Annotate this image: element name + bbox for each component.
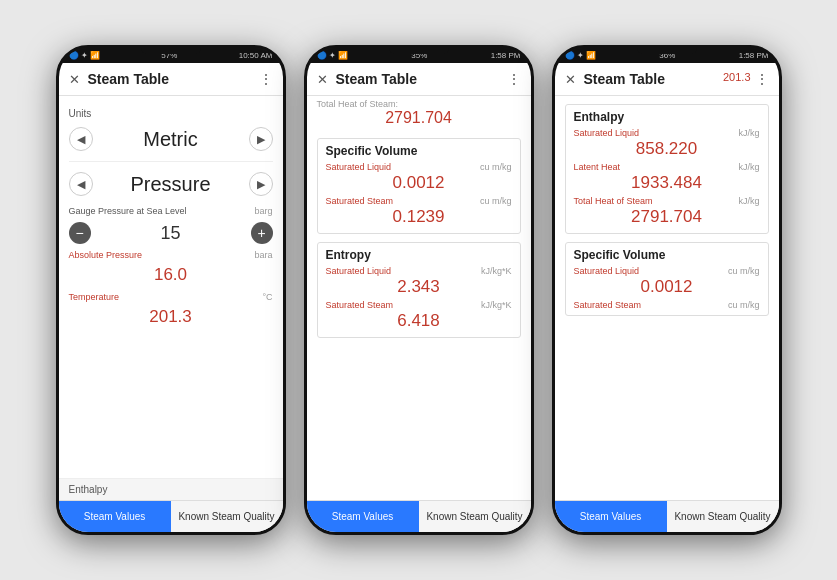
content-2: Specific Volume Saturated Liquid cu m/kg… (307, 130, 531, 500)
close-icon-2[interactable]: ✕ (317, 72, 328, 87)
status-bar-3: 🔵 ✦ 📶 36% 1:58 PM (555, 48, 779, 63)
enth3-unit-1: kJ/kg (738, 162, 759, 172)
metric-next-btn[interactable]: ▶ (249, 127, 273, 151)
pressure-row: ◀ Pressure ▶ (69, 168, 273, 200)
phone-1: 🔵 ✦ 📶 57% 10:50 AM ✕ Steam Table ⋮ Units… (56, 45, 286, 535)
status-battery-3: 36% (659, 51, 675, 60)
close-icon-1[interactable]: ✕ (69, 72, 80, 87)
temperature-value: 201.3 (69, 307, 273, 327)
phone-3: 🔵 ✦ 📶 36% 1:58 PM ✕ Steam Table 201.3 ⋮ … (552, 45, 782, 535)
enth3-row-2: Total Heat of Steam kJ/kg (574, 194, 760, 206)
tab-steam-2[interactable]: Steam Values (307, 501, 419, 532)
sv3-label-1: Saturated Steam (574, 300, 642, 310)
enth3-unit-0: kJ/kg (738, 128, 759, 138)
section-specific-volume: Specific Volume Saturated Liquid cu m/kg… (317, 138, 521, 234)
sv-row-0: Saturated Liquid cu m/kg (326, 160, 512, 172)
abs-pressure-unit: bara (254, 250, 272, 260)
sv3-row-1: Saturated Steam cu m/kg (574, 298, 760, 310)
pressure-next-btn[interactable]: ▶ (249, 172, 273, 196)
enth3-label-0: Saturated Liquid (574, 128, 640, 138)
gauge-unit: barg (254, 206, 272, 216)
menu-icon-3[interactable]: ⋮ (755, 71, 769, 87)
temperature-unit: °C (262, 292, 272, 302)
status-time-1: 10:50 AM (239, 51, 273, 60)
ent-row-1: Saturated Steam kJ/kg*K (326, 298, 512, 310)
stepper-value: 15 (160, 223, 180, 244)
enth3-row-0: Saturated Liquid kJ/kg (574, 126, 760, 138)
peek-value-3: 201.3 (723, 71, 751, 83)
status-icons-1: 🔵 ✦ 📶 (69, 51, 100, 60)
sv-unit-0: cu m/kg (480, 162, 512, 172)
tab-bar-1: Steam Values Known Steam Quality (59, 500, 283, 532)
tab-bar-3: Steam Values Known Steam Quality (555, 500, 779, 532)
enth3-title: Enthalpy (574, 110, 760, 124)
app-bar-1: ✕ Steam Table ⋮ (59, 63, 283, 96)
divider-1 (69, 161, 273, 162)
enthalpy-peek: Enthalpy (59, 478, 283, 500)
abs-pressure-value: 16.0 (69, 265, 273, 285)
close-icon-3[interactable]: ✕ (565, 72, 576, 87)
tab-steam-3[interactable]: Steam Values (555, 501, 667, 532)
sv-value-0: 0.0012 (326, 173, 512, 193)
content-3: Enthalpy Saturated Liquid kJ/kg 858.220 … (555, 96, 779, 500)
phone-2: 🔵 ✦ 📶 35% 1:58 PM ✕ Steam Table ⋮ Total … (304, 45, 534, 535)
sv3-unit-0: cu m/kg (728, 266, 760, 276)
enth3-row-1: Latent Heat kJ/kg (574, 160, 760, 172)
screen-2: Total Heat of Steam: 2791.704 Specific V… (307, 96, 531, 532)
peek-label-2: Total Heat of Steam: (317, 99, 399, 109)
sv3-unit-1: cu m/kg (728, 300, 760, 310)
tab-known-2[interactable]: Known Steam Quality (419, 501, 531, 532)
status-bar-1: 🔵 ✦ 📶 57% 10:50 AM (59, 48, 283, 63)
temperature-row: Temperature °C (69, 290, 273, 302)
app-title-2: Steam Table (336, 71, 499, 87)
tab-known-3[interactable]: Known Steam Quality (667, 501, 779, 532)
status-battery-2: 35% (411, 51, 427, 60)
pressure-label: Pressure (93, 173, 249, 196)
ent-row-0: Saturated Liquid kJ/kg*K (326, 264, 512, 276)
ent-label-1: Saturated Steam (326, 300, 394, 310)
units-label: Units (69, 108, 273, 119)
section-entropy: Entropy Saturated Liquid kJ/kg*K 2.343 S… (317, 242, 521, 338)
status-bar-2: 🔵 ✦ 📶 35% 1:58 PM (307, 48, 531, 63)
tab-steam-1[interactable]: Steam Values (59, 501, 171, 532)
ent-title: Entropy (326, 248, 512, 262)
sv-label-1: Saturated Steam (326, 196, 394, 206)
enth3-value-2: 2791.704 (574, 207, 760, 227)
sv3-title: Specific Volume (574, 248, 760, 262)
ent-label-0: Saturated Liquid (326, 266, 392, 276)
content-1: Units ◀ Metric ▶ ◀ Pressure ▶ Gauge Pres… (59, 96, 283, 478)
screen-1: Units ◀ Metric ▶ ◀ Pressure ▶ Gauge Pres… (59, 96, 283, 532)
tab-known-1[interactable]: Known Steam Quality (171, 501, 283, 532)
sv-row-1: Saturated Steam cu m/kg (326, 194, 512, 206)
status-icons-3: 🔵 ✦ 📶 (565, 51, 596, 60)
abs-pressure-row: Absolute Pressure bara (69, 248, 273, 260)
menu-icon-1[interactable]: ⋮ (259, 71, 273, 87)
peek-value-2: 2791.704 (317, 109, 521, 127)
metric-value: Metric (93, 128, 249, 151)
ent-value-0: 2.343 (326, 277, 512, 297)
pressure-prev-btn[interactable]: ◀ (69, 172, 93, 196)
section-sv-3: Specific Volume Saturated Liquid cu m/kg… (565, 242, 769, 316)
metric-row: ◀ Metric ▶ (69, 123, 273, 155)
section-enthalpy-3: Enthalpy Saturated Liquid kJ/kg 858.220 … (565, 104, 769, 234)
metric-prev-btn[interactable]: ◀ (69, 127, 93, 151)
menu-icon-2[interactable]: ⋮ (507, 71, 521, 87)
status-icons-2: 🔵 ✦ 📶 (317, 51, 348, 60)
ent-unit-0: kJ/kg*K (481, 266, 512, 276)
sv3-value-0: 0.0012 (574, 277, 760, 297)
sv-value-1: 0.1239 (326, 207, 512, 227)
stepper-plus-btn[interactable]: + (251, 222, 273, 244)
app-bar-3: ✕ Steam Table 201.3 ⋮ (555, 63, 779, 96)
ent-unit-1: kJ/kg*K (481, 300, 512, 310)
status-time-3: 1:58 PM (739, 51, 769, 60)
screen-3: Enthalpy Saturated Liquid kJ/kg 858.220 … (555, 96, 779, 532)
sv-title: Specific Volume (326, 144, 512, 158)
sv3-label-0: Saturated Liquid (574, 266, 640, 276)
app-title-1: Steam Table (88, 71, 251, 87)
status-time-2: 1:58 PM (491, 51, 521, 60)
status-battery-1: 57% (161, 51, 177, 60)
peek-top-2: Total Heat of Steam: 2791.704 (307, 96, 531, 130)
sv-label-0: Saturated Liquid (326, 162, 392, 172)
sv-unit-1: cu m/kg (480, 196, 512, 206)
stepper-minus-btn[interactable]: − (69, 222, 91, 244)
